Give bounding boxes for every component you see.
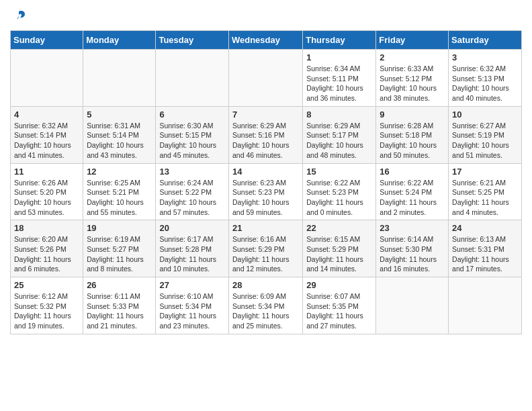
calendar-cell: 26Sunrise: 6:11 AM Sunset: 5:33 PM Dayli… (83, 277, 156, 334)
day-info: Sunrise: 6:25 AM Sunset: 5:21 PM Dayligh… (87, 178, 152, 218)
day-number: 14 (232, 167, 299, 177)
day-number: 10 (452, 109, 518, 120)
calendar-cell: 7Sunrise: 6:29 AM Sunset: 5:16 PM Daylig… (228, 106, 302, 163)
calendar-cell: 22Sunrise: 6:15 AM Sunset: 5:29 PM Dayli… (303, 220, 376, 277)
calendar-cell: 16Sunrise: 6:22 AM Sunset: 5:24 PM Dayli… (376, 163, 449, 220)
calendar-cell: 10Sunrise: 6:27 AM Sunset: 5:19 PM Dayli… (449, 106, 522, 163)
day-info: Sunrise: 6:09 AM Sunset: 5:34 PM Dayligh… (232, 291, 299, 331)
calendar-cell: 4Sunrise: 6:32 AM Sunset: 5:14 PM Daylig… (11, 106, 83, 163)
day-info: Sunrise: 6:24 AM Sunset: 5:22 PM Dayligh… (159, 178, 225, 218)
day-info: Sunrise: 6:19 AM Sunset: 5:27 PM Dayligh… (87, 234, 152, 274)
day-number: 5 (87, 109, 152, 120)
day-number: 8 (306, 109, 372, 120)
day-info: Sunrise: 6:13 AM Sunset: 5:31 PM Dayligh… (452, 234, 518, 274)
day-info: Sunrise: 6:17 AM Sunset: 5:28 PM Dayligh… (159, 234, 225, 274)
calendar-cell (449, 277, 522, 334)
day-number: 9 (380, 109, 445, 120)
day-info: Sunrise: 6:10 AM Sunset: 5:34 PM Dayligh… (159, 291, 225, 331)
day-number: 6 (159, 109, 225, 120)
day-number: 11 (14, 167, 79, 177)
calendar-cell: 14Sunrise: 6:23 AM Sunset: 5:23 PM Dayli… (228, 163, 302, 220)
calendar-table: SundayMondayTuesdayWednesdayThursdayFrid… (10, 30, 522, 334)
calendar-week-1: 1Sunrise: 6:34 AM Sunset: 5:11 PM Daylig… (11, 50, 522, 107)
day-info: Sunrise: 6:27 AM Sunset: 5:19 PM Dayligh… (452, 121, 518, 161)
day-info: Sunrise: 6:29 AM Sunset: 5:16 PM Dayligh… (232, 121, 299, 161)
calendar-cell: 29Sunrise: 6:07 AM Sunset: 5:35 PM Dayli… (303, 277, 376, 334)
day-number: 21 (232, 223, 299, 233)
day-info: Sunrise: 6:21 AM Sunset: 5:25 PM Dayligh… (452, 178, 518, 218)
day-number: 22 (306, 223, 372, 233)
day-number: 20 (159, 223, 225, 233)
day-number: 19 (87, 223, 152, 233)
day-number: 2 (380, 52, 445, 62)
calendar-cell: 19Sunrise: 6:19 AM Sunset: 5:27 PM Dayli… (83, 220, 156, 277)
calendar-cell: 8Sunrise: 6:29 AM Sunset: 5:17 PM Daylig… (303, 106, 376, 163)
calendar-week-5: 25Sunrise: 6:12 AM Sunset: 5:32 PM Dayli… (11, 277, 522, 334)
calendar-cell (228, 50, 302, 107)
day-number: 7 (232, 109, 299, 120)
calendar-cell: 24Sunrise: 6:13 AM Sunset: 5:31 PM Dayli… (449, 220, 522, 277)
calendar-cell: 6Sunrise: 6:30 AM Sunset: 5:15 PM Daylig… (156, 106, 229, 163)
column-header-saturday: Saturday (449, 31, 522, 50)
column-header-thursday: Thursday (303, 31, 376, 50)
day-info: Sunrise: 6:11 AM Sunset: 5:33 PM Dayligh… (87, 291, 152, 331)
calendar-week-3: 11Sunrise: 6:26 AM Sunset: 5:20 PM Dayli… (11, 163, 522, 220)
calendar-cell: 13Sunrise: 6:24 AM Sunset: 5:22 PM Dayli… (156, 163, 229, 220)
day-number: 15 (306, 167, 372, 177)
calendar-body: 1Sunrise: 6:34 AM Sunset: 5:11 PM Daylig… (11, 50, 522, 334)
calendar-cell: 20Sunrise: 6:17 AM Sunset: 5:28 PM Dayli… (156, 220, 229, 277)
calendar-cell: 3Sunrise: 6:32 AM Sunset: 5:13 PM Daylig… (449, 50, 522, 107)
day-info: Sunrise: 6:28 AM Sunset: 5:18 PM Dayligh… (380, 121, 445, 161)
day-number: 24 (452, 223, 518, 233)
day-number: 29 (306, 280, 372, 290)
calendar-cell: 21Sunrise: 6:16 AM Sunset: 5:29 PM Dayli… (228, 220, 302, 277)
calendar-cell: 23Sunrise: 6:14 AM Sunset: 5:30 PM Dayli… (376, 220, 449, 277)
calendar-cell: 2Sunrise: 6:33 AM Sunset: 5:12 PM Daylig… (376, 50, 449, 107)
day-number: 3 (452, 52, 518, 62)
calendar-cell: 18Sunrise: 6:20 AM Sunset: 5:26 PM Dayli… (11, 220, 83, 277)
day-number: 23 (380, 223, 445, 233)
column-header-tuesday: Tuesday (156, 31, 229, 50)
calendar-cell: 1Sunrise: 6:34 AM Sunset: 5:11 PM Daylig… (303, 50, 376, 107)
day-info: Sunrise: 6:16 AM Sunset: 5:29 PM Dayligh… (232, 234, 299, 274)
day-number: 12 (87, 167, 152, 177)
day-number: 17 (452, 167, 518, 177)
day-info: Sunrise: 6:33 AM Sunset: 5:12 PM Dayligh… (380, 64, 445, 103)
day-info: Sunrise: 6:22 AM Sunset: 5:23 PM Dayligh… (306, 178, 372, 218)
logo-bird-icon (11, 9, 26, 24)
day-info: Sunrise: 6:22 AM Sunset: 5:24 PM Dayligh… (380, 178, 445, 218)
calendar-cell: 17Sunrise: 6:21 AM Sunset: 5:25 PM Dayli… (449, 163, 522, 220)
logo (10, 10, 26, 24)
day-number: 16 (380, 167, 445, 177)
calendar-cell: 15Sunrise: 6:22 AM Sunset: 5:23 PM Dayli… (303, 163, 376, 220)
day-number: 4 (14, 109, 79, 120)
calendar-cell (156, 50, 229, 107)
calendar-cell (11, 50, 83, 107)
calendar-cell: 28Sunrise: 6:09 AM Sunset: 5:34 PM Dayli… (228, 277, 302, 334)
column-header-monday: Monday (83, 31, 156, 50)
calendar-cell: 25Sunrise: 6:12 AM Sunset: 5:32 PM Dayli… (11, 277, 83, 334)
calendar-cell: 12Sunrise: 6:25 AM Sunset: 5:21 PM Dayli… (83, 163, 156, 220)
day-info: Sunrise: 6:07 AM Sunset: 5:35 PM Dayligh… (306, 291, 372, 331)
day-number: 28 (232, 280, 299, 290)
page-header (10, 10, 522, 24)
day-number: 13 (159, 167, 225, 177)
day-info: Sunrise: 6:30 AM Sunset: 5:15 PM Dayligh… (159, 121, 225, 161)
column-header-wednesday: Wednesday (228, 31, 302, 50)
column-header-friday: Friday (376, 31, 449, 50)
calendar-header-row: SundayMondayTuesdayWednesdayThursdayFrid… (11, 31, 522, 50)
day-number: 25 (14, 280, 79, 290)
calendar-cell: 27Sunrise: 6:10 AM Sunset: 5:34 PM Dayli… (156, 277, 229, 334)
calendar-cell (83, 50, 156, 107)
column-header-sunday: Sunday (11, 31, 83, 50)
day-number: 18 (14, 223, 79, 233)
calendar-cell: 11Sunrise: 6:26 AM Sunset: 5:20 PM Dayli… (11, 163, 83, 220)
day-number: 27 (159, 280, 225, 290)
day-info: Sunrise: 6:31 AM Sunset: 5:14 PM Dayligh… (87, 121, 152, 161)
calendar-week-2: 4Sunrise: 6:32 AM Sunset: 5:14 PM Daylig… (11, 106, 522, 163)
day-number: 1 (306, 52, 372, 62)
day-info: Sunrise: 6:32 AM Sunset: 5:13 PM Dayligh… (452, 64, 518, 103)
calendar-cell (376, 277, 449, 334)
day-info: Sunrise: 6:15 AM Sunset: 5:29 PM Dayligh… (306, 234, 372, 274)
day-info: Sunrise: 6:23 AM Sunset: 5:23 PM Dayligh… (232, 178, 299, 218)
